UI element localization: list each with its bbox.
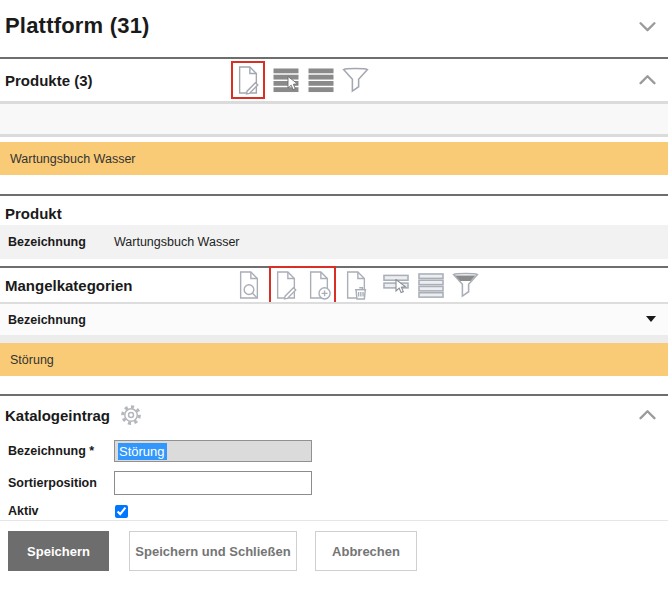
action-buttons: Speichern Speichern und Schließen Abbrec… — [8, 531, 668, 571]
aktiv-label: Aktiv — [0, 504, 114, 518]
settings-gear-icon[interactable] — [120, 404, 143, 427]
preview-document-icon[interactable] — [236, 270, 262, 300]
aktiv-checkbox[interactable] — [115, 505, 128, 518]
produkte-list-header — [0, 101, 668, 137]
platform-section-header: Plattform (31) — [0, 0, 668, 59]
highlight-frame — [269, 266, 336, 304]
bezeichnung-selected-text: Störung — [118, 443, 167, 460]
mangelkategorien-title: Mangelkategorien — [0, 277, 133, 294]
katalogeintrag-title: Katalogeintrag — [0, 407, 110, 424]
produkte-toolbar — [231, 61, 369, 99]
produkte-section-header: Produkte (3) — [0, 59, 668, 101]
produkt-field-value: Wartungsbuch Wasser — [114, 235, 240, 249]
filter-funnel-icon[interactable] — [342, 67, 369, 94]
table-rows-icon[interactable] — [417, 273, 445, 298]
produkte-selected-row[interactable]: Wartungsbuch Wasser — [0, 142, 668, 175]
chevron-up-icon[interactable] — [639, 75, 656, 86]
chevron-up-icon[interactable] — [639, 410, 656, 421]
mangelkategorien-toolbar — [236, 266, 479, 304]
edit-document-icon[interactable] — [235, 65, 261, 95]
table-row-select-icon[interactable] — [272, 68, 300, 93]
save-button[interactable]: Speichern — [8, 531, 109, 571]
table-rows-icon[interactable] — [307, 68, 335, 93]
mangelkategorien-column-header[interactable]: Bezeichnung — [0, 302, 668, 335]
produkte-row-label: Wartungsbuch Wasser — [10, 152, 136, 166]
produkte-title: Produkte (3) — [0, 72, 93, 89]
highlight-frame — [231, 61, 265, 99]
save-and-close-button[interactable]: Speichern und Schließen — [129, 531, 297, 571]
produkt-field-label: Bezeichnung — [0, 235, 114, 249]
table-separator — [0, 335, 668, 343]
mangelkategorien-section-header: Mangelkategorien — [0, 268, 668, 302]
column-menu-caret-icon[interactable] — [646, 316, 656, 322]
column-header-label: Bezeichnung — [0, 313, 86, 327]
page-title: Plattform (31) — [5, 13, 150, 38]
table-row-select-icon[interactable] — [382, 273, 410, 298]
sortierposition-input[interactable] — [114, 471, 312, 495]
produkt-title: Produkt — [0, 205, 62, 222]
mangelkategorien-row-label: Störung — [10, 353, 54, 367]
bezeichnung-input[interactable]: Störung — [114, 440, 312, 462]
filter-funnel-icon[interactable] — [452, 272, 479, 299]
katalogeintrag-form: Bezeichnung * Störung Sortierposition Ak… — [0, 434, 668, 518]
sortierposition-label: Sortierposition — [0, 476, 114, 490]
chevron-down-icon[interactable] — [639, 22, 656, 33]
bezeichnung-label: Bezeichnung * — [0, 444, 114, 458]
delete-document-icon[interactable] — [343, 270, 369, 300]
cancel-button[interactable]: Abbrechen — [315, 531, 417, 571]
katalogeintrag-section-header: Katalogeintrag — [0, 396, 668, 434]
mangelkategorien-selected-row[interactable]: Störung — [0, 343, 668, 376]
edit-document-icon[interactable] — [273, 270, 299, 300]
add-document-icon[interactable] — [306, 270, 332, 300]
produkt-detail-row: Bezeichnung Wartungsbuch Wasser — [0, 225, 668, 259]
